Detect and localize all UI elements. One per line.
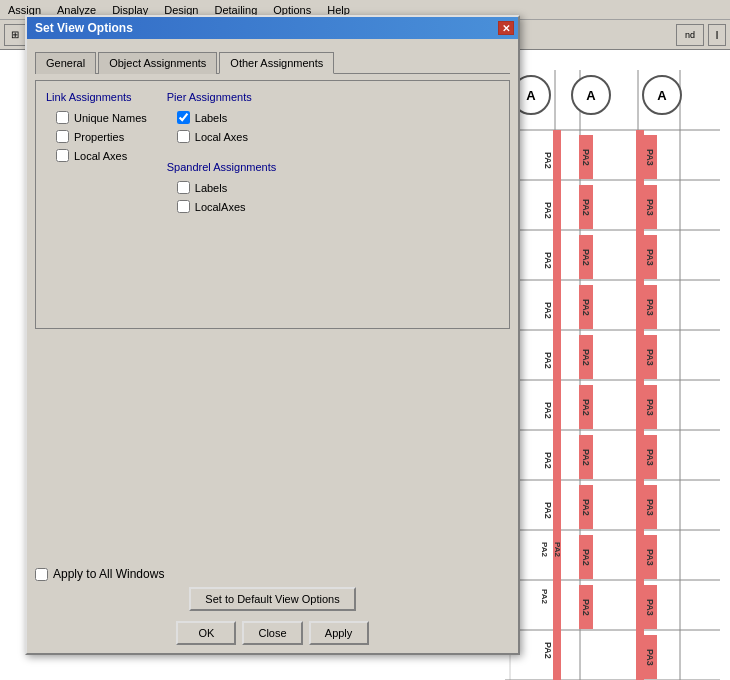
- dialog-buttons-row: OK Close Apply: [35, 621, 510, 645]
- set-view-options-dialog: Set View Options ✕ General Object Assign…: [25, 15, 520, 655]
- toolbar-i[interactable]: I: [708, 24, 726, 46]
- pa-label: PA2: [579, 535, 593, 579]
- pa-label: PA2: [537, 585, 551, 607]
- pa-label: PA3: [643, 485, 657, 529]
- spandrel-labels-checkbox[interactable]: [177, 181, 190, 194]
- set-default-button[interactable]: Set to Default View Options: [189, 587, 355, 611]
- dialog-titlebar: Set View Options ✕: [27, 17, 518, 39]
- apply-all-row: Apply to All Windows: [35, 567, 510, 581]
- pa-label: PA2: [579, 585, 593, 629]
- svg-rect-26: [553, 580, 561, 630]
- pier-local-axes-label: Local Axes: [195, 131, 248, 143]
- pa-label: PA2: [541, 195, 555, 225]
- spandrel-assignments-title: Spandrel Assignments: [167, 161, 276, 173]
- pier-labels-label: Labels: [195, 112, 227, 124]
- tab-other-assignments[interactable]: Other Assignments: [219, 52, 334, 74]
- properties-label: Properties: [74, 131, 124, 143]
- pa-label: PA2: [579, 485, 593, 529]
- pa-label: PA2: [537, 538, 551, 560]
- cancel-button[interactable]: Close: [242, 621, 302, 645]
- pa-label: PA2: [541, 295, 555, 325]
- apply-all-label: Apply to All Windows: [53, 567, 164, 581]
- node-circle-3: A: [642, 75, 682, 115]
- pa-label: PA3: [643, 285, 657, 329]
- pa-label: PA2: [550, 538, 564, 560]
- dialog-close-button[interactable]: ✕: [498, 21, 514, 35]
- properties-checkbox[interactable]: [56, 130, 69, 143]
- pier-local-axes-checkbox[interactable]: [177, 130, 190, 143]
- pa-label: PA2: [579, 385, 593, 429]
- spandrel-local-axes-row: LocalAxes: [177, 200, 276, 213]
- pier-local-axes-row: Local Axes: [177, 130, 276, 143]
- pa-label: PA3: [643, 435, 657, 479]
- dialog-tabs: General Object Assignments Other Assignm…: [35, 47, 510, 74]
- pa-label: PA2: [579, 335, 593, 379]
- link-assignments-group: Link Assignments Unique Names Properties…: [46, 91, 147, 318]
- local-axes-link-row: Local Axes: [56, 149, 147, 162]
- unique-names-row: Unique Names: [56, 111, 147, 124]
- apply-all-checkbox[interactable]: [35, 568, 48, 581]
- pa-label: PA2: [541, 445, 555, 475]
- pa-label: PA3: [643, 185, 657, 229]
- spandrel-labels-label: Labels: [195, 182, 227, 194]
- pa-label: PA2: [579, 185, 593, 229]
- toolbar-btn-1[interactable]: ⊞: [4, 24, 26, 46]
- pa-label: PA2: [541, 395, 555, 425]
- pa-label: PA2: [579, 135, 593, 179]
- pier-labels-checkbox[interactable]: [177, 111, 190, 124]
- pa-label: PA2: [579, 435, 593, 479]
- pa-label: PA3: [643, 335, 657, 379]
- pa-label: PA2: [541, 635, 555, 665]
- tab-object-assignments[interactable]: Object Assignments: [98, 52, 217, 74]
- assignments-panel: Link Assignments Unique Names Properties…: [35, 80, 510, 329]
- pa-label: PA2: [579, 285, 593, 329]
- spandrel-assignments-group: Spandrel Assignments Labels LocalAxes: [167, 161, 276, 215]
- pa-label: PA2: [541, 345, 555, 375]
- pa-label: PA3: [643, 135, 657, 179]
- node-circle-2: A: [571, 75, 611, 115]
- apply-button[interactable]: Apply: [309, 621, 369, 645]
- dialog-title: Set View Options: [35, 21, 133, 35]
- pa-label: PA3: [643, 535, 657, 579]
- unique-names-label: Unique Names: [74, 112, 147, 124]
- pier-assignments-group: Pier Assignments Labels Local Axes: [167, 91, 276, 145]
- pa-label: PA2: [541, 245, 555, 275]
- local-axes-link-label: Local Axes: [74, 150, 127, 162]
- pa-label: PA3: [643, 385, 657, 429]
- pa-label: PA3: [643, 635, 657, 679]
- pa-label: PA3: [643, 235, 657, 279]
- properties-row: Properties: [56, 130, 147, 143]
- pier-assignments-title: Pier Assignments: [167, 91, 276, 103]
- pier-labels-row: Labels: [177, 111, 276, 124]
- spandrel-local-axes-label: LocalAxes: [195, 201, 246, 213]
- pa-label: PA2: [541, 495, 555, 525]
- link-assignments-title: Link Assignments: [46, 91, 147, 103]
- ok-button[interactable]: OK: [176, 621, 236, 645]
- spandrel-local-axes-checkbox[interactable]: [177, 200, 190, 213]
- dialog-content: General Object Assignments Other Assignm…: [27, 39, 518, 653]
- local-axes-link-checkbox[interactable]: [56, 149, 69, 162]
- pa-label: PA2: [541, 145, 555, 175]
- spandrel-labels-row: Labels: [177, 181, 276, 194]
- bottom-controls: Apply to All Windows Set to Default View…: [35, 567, 510, 645]
- toolbar-nd[interactable]: nd: [676, 24, 704, 46]
- pa-label: PA3: [643, 585, 657, 629]
- tab-general[interactable]: General: [35, 52, 96, 74]
- unique-names-checkbox[interactable]: [56, 111, 69, 124]
- pa-label: PA2: [579, 235, 593, 279]
